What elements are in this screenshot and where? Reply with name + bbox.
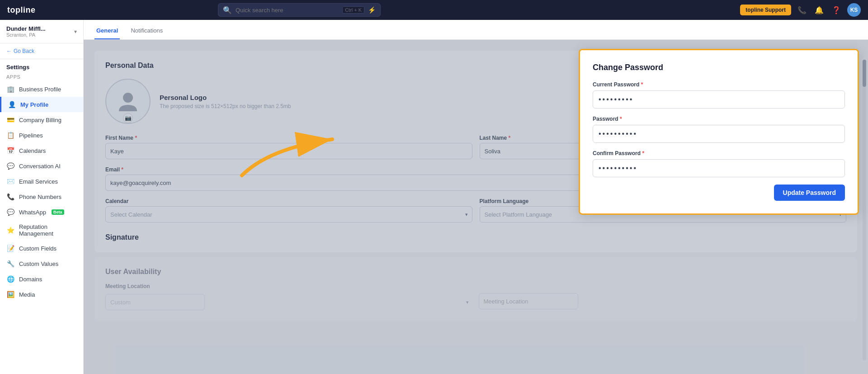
search-input[interactable] bbox=[236, 7, 339, 14]
top-navigation: topline 🔍 Ctrl + K ⚡ topline Support 📞 🔔… bbox=[0, 0, 868, 20]
sidebar-item-label: WhatsApp bbox=[19, 209, 46, 216]
media-icon: 🖼️ bbox=[6, 290, 14, 298]
company-name: Dunder Miffl... bbox=[6, 25, 46, 32]
password-field: Password * bbox=[593, 116, 845, 143]
change-password-modal: Change Password Current Password * Passw… bbox=[579, 49, 859, 215]
sidebar-item-label: Email Services bbox=[19, 178, 58, 185]
sidebar-item-phone-numbers[interactable]: 📞 Phone Numbers bbox=[0, 189, 83, 204]
update-password-button[interactable]: Update Password bbox=[774, 185, 845, 201]
sidebar-item-label: Conversation AI bbox=[19, 163, 61, 170]
go-back-button[interactable]: ← Go Back bbox=[0, 43, 83, 59]
sidebar-item-custom-fields[interactable]: 📝 Custom Fields bbox=[0, 241, 83, 256]
sidebar-item-email-services[interactable]: ✉️ Email Services bbox=[0, 174, 83, 189]
building-icon: 🏢 bbox=[6, 85, 14, 93]
sidebar-item-calendars[interactable]: 📅 Calendars bbox=[0, 143, 83, 158]
app-logo: topline bbox=[7, 5, 36, 15]
ai-icon: 💬 bbox=[6, 162, 14, 170]
custom-values-icon: 🔧 bbox=[6, 260, 14, 268]
sidebar-item-label: Custom Fields bbox=[19, 245, 57, 252]
current-password-label: Current Password * bbox=[593, 81, 845, 88]
sidebar-item-domains[interactable]: 🌐 Domains bbox=[0, 271, 83, 287]
chevron-down-icon: ▾ bbox=[74, 28, 77, 35]
tabs-bar: General Notifications bbox=[84, 20, 868, 40]
confirm-password-label: Confirm Password * bbox=[593, 150, 845, 156]
whatsapp-icon: 💬 bbox=[6, 208, 14, 216]
password-label: Password * bbox=[593, 116, 845, 122]
sidebar-item-label: Phone Numbers bbox=[19, 194, 61, 200]
company-location: Scranton, PA bbox=[6, 32, 46, 38]
billing-icon: 💳 bbox=[6, 116, 14, 124]
sidebar-item-label: Reputation Management bbox=[19, 223, 77, 237]
sidebar-item-label: Business Profile bbox=[19, 86, 61, 93]
user-avatar[interactable]: KS bbox=[847, 3, 861, 17]
main-layout: Dunder Miffl... Scranton, PA ▾ ← Go Back… bbox=[0, 20, 868, 374]
tab-general[interactable]: General bbox=[94, 23, 120, 39]
topnav-right: topline Support 📞 🔔 ❓ KS bbox=[740, 3, 861, 17]
phone-icon[interactable]: 📞 bbox=[796, 4, 808, 16]
sidebar: Dunder Miffl... Scranton, PA ▾ ← Go Back… bbox=[0, 20, 84, 374]
sidebar-item-media[interactable]: 🖼️ Media bbox=[0, 287, 83, 302]
password-input[interactable] bbox=[593, 125, 845, 143]
tab-notifications[interactable]: Notifications bbox=[129, 23, 165, 39]
sidebar-item-label: Company Billing bbox=[19, 117, 61, 123]
pipelines-icon: 📋 bbox=[6, 131, 14, 139]
sidebar-item-conversation-ai[interactable]: 💬 Conversation AI bbox=[0, 158, 83, 174]
reputation-icon: ⭐ bbox=[6, 226, 14, 234]
help-icon[interactable]: ❓ bbox=[830, 4, 843, 16]
sidebar-item-label: My Profile bbox=[20, 101, 48, 108]
person-icon: 👤 bbox=[8, 100, 16, 109]
sidebar-item-label: Media bbox=[19, 291, 35, 298]
sidebar-item-business-profile[interactable]: 🏢 Business Profile bbox=[0, 81, 83, 97]
page-content: Personal Data 📷 Personal Logo bbox=[84, 40, 868, 374]
current-password-input[interactable] bbox=[593, 90, 845, 109]
back-arrow-icon: ← bbox=[6, 48, 12, 54]
calendar-icon: 📅 bbox=[6, 147, 14, 155]
apps-label: Apps bbox=[0, 72, 83, 81]
sidebar-item-label: Domains bbox=[19, 276, 42, 283]
domains-icon: 🌐 bbox=[6, 275, 14, 283]
bell-icon[interactable]: 🔔 bbox=[813, 4, 826, 16]
current-password-field: Current Password * bbox=[593, 81, 845, 109]
sidebar-item-whatsapp[interactable]: 💬 WhatsApp Beta bbox=[0, 204, 83, 220]
sidebar-item-my-profile[interactable]: 👤 My Profile bbox=[0, 97, 83, 112]
company-selector[interactable]: Dunder Miffl... Scranton, PA ▾ bbox=[0, 20, 83, 43]
settings-title: Settings bbox=[0, 59, 83, 72]
search-shortcut: Ctrl + K bbox=[342, 6, 364, 14]
email-icon: ✉️ bbox=[6, 177, 14, 185]
sidebar-item-pipelines[interactable]: 📋 Pipelines bbox=[0, 128, 83, 143]
search-icon: 🔍 bbox=[223, 6, 232, 14]
custom-fields-icon: 📝 bbox=[6, 244, 14, 252]
confirm-password-field: Confirm Password * bbox=[593, 150, 845, 177]
sidebar-item-reputation-management[interactable]: ⭐ Reputation Management bbox=[0, 220, 83, 241]
sidebar-item-label: Custom Values bbox=[19, 260, 58, 267]
lightning-icon: ⚡ bbox=[368, 6, 376, 14]
beta-badge: Beta bbox=[52, 209, 64, 215]
sidebar-item-company-billing[interactable]: 💳 Company Billing bbox=[0, 112, 83, 128]
support-button[interactable]: topline Support bbox=[740, 5, 791, 15]
search-bar[interactable]: 🔍 Ctrl + K ⚡ bbox=[218, 3, 381, 17]
sidebar-item-label: Calendars bbox=[19, 147, 46, 154]
content-area: General Notifications Personal Data bbox=[84, 20, 868, 374]
confirm-password-input[interactable] bbox=[593, 159, 845, 177]
sidebar-item-custom-values[interactable]: 🔧 Custom Values bbox=[0, 256, 83, 271]
sidebar-item-label: Pipelines bbox=[19, 132, 43, 139]
modal-title: Change Password bbox=[593, 63, 845, 72]
phone-numbers-icon: 📞 bbox=[6, 193, 14, 201]
